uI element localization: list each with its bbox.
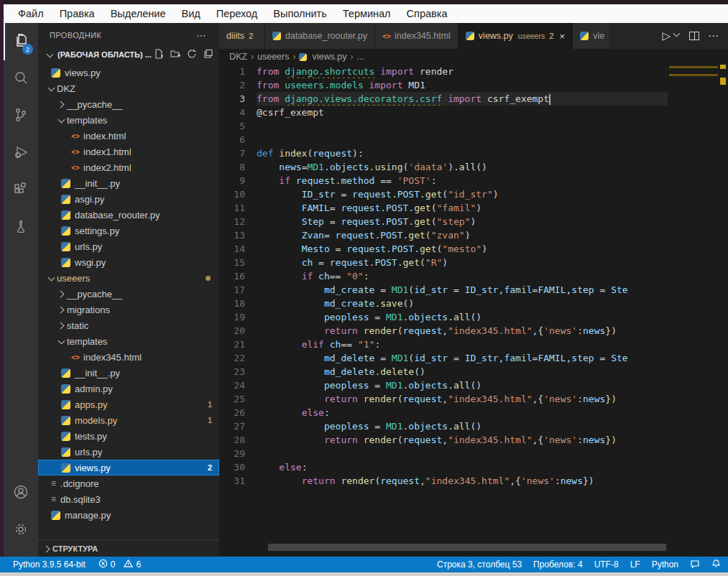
- status-encoding[interactable]: UTF-8: [594, 559, 619, 570]
- explorer-more-icon[interactable]: ⋯: [196, 29, 208, 41]
- tree-item-__init__.py[interactable]: __init__.py: [38, 365, 219, 381]
- tree-item-templates[interactable]: templates: [38, 112, 219, 128]
- status-language-mode[interactable]: Python: [652, 559, 678, 570]
- breadcrumb-item[interactable]: views.py: [312, 52, 346, 62]
- status-cursor-position[interactable]: Строка 3, столбец 53: [437, 559, 522, 570]
- collapse-all-icon[interactable]: [203, 49, 213, 60]
- minimap[interactable]: [669, 66, 718, 186]
- horizontal-scrollbar[interactable]: [268, 544, 666, 551]
- tree-item-tests.py[interactable]: tests.py: [38, 428, 219, 444]
- menu-item-Переход[interactable]: Переход: [208, 8, 266, 19]
- status-feedback[interactable]: [690, 559, 700, 571]
- tree-item-database_roouter.py[interactable]: database_roouter.py: [38, 207, 219, 223]
- code-token: request: [296, 175, 336, 186]
- tree-item-models.py[interactable]: models.py1: [38, 412, 219, 428]
- tree-item-__pycache__[interactable]: __pycache__: [38, 96, 219, 112]
- status-eol[interactable]: LF: [630, 559, 640, 570]
- line-content: md_delete.delete(): [257, 365, 668, 378]
- status-problems[interactable]: 06: [98, 559, 141, 570]
- status-notifications[interactable]: [711, 559, 721, 570]
- tree-item-admin.py[interactable]: admin.py: [38, 381, 219, 396]
- breadcrumb-item[interactable]: useeers: [257, 52, 289, 62]
- chevron-down-icon[interactable]: [673, 30, 681, 42]
- minimap-line: [669, 178, 718, 180]
- code-token: [257, 435, 324, 445]
- activity-accounts[interactable]: [4, 475, 38, 512]
- tree-item-asgi.py[interactable]: asgi.py: [38, 191, 219, 207]
- outline-section-header[interactable]: СТРУКТУРА: [38, 539, 219, 557]
- code-line-21: 21 elif ch== "1":: [219, 338, 728, 351]
- tree-item-label: templates: [67, 115, 107, 126]
- tree-item-settings.py[interactable]: settings.py: [38, 223, 219, 238]
- close-icon[interactable]: ×: [560, 31, 566, 42]
- tree-item-manage.py[interactable]: manage.py: [38, 507, 219, 523]
- code-token: (): [414, 366, 425, 377]
- new-file-icon[interactable]: [154, 49, 164, 60]
- workspace-section-header[interactable]: (РАБОЧАЯ ОБЛАСТЬ) ...: [38, 47, 219, 62]
- tab-views.py[interactable]: views.pyuseeers2×: [459, 23, 573, 49]
- debug-icon: [12, 144, 29, 164]
- run-button[interactable]: ▷: [662, 29, 671, 42]
- code-editor[interactable]: 1from django.shortcuts import render2fro…: [219, 65, 728, 557]
- activity-extensions[interactable]: [4, 172, 38, 210]
- status-python-interpreter[interactable]: Python 3.9.5 64-bit: [13, 559, 86, 570]
- breadcrumb-item[interactable]: ...: [356, 52, 364, 62]
- tree-item-.dcignore[interactable]: ≡.dcignore: [38, 475, 219, 491]
- code-token: (: [397, 325, 403, 336]
- activity-search[interactable]: [4, 60, 38, 98]
- line-content: md_delete = MD1(id_str = ID_str,famil=FA…: [257, 351, 668, 365]
- tab-vie[interactable]: vie: [573, 23, 609, 49]
- python-icon: [51, 511, 60, 520]
- tree-item-wsgi.py[interactable]: wsgi.py: [38, 254, 219, 270]
- tree-item-static[interactable]: static: [38, 317, 219, 333]
- activity-testing[interactable]: [4, 210, 38, 247]
- menu-item-Файл[interactable]: Файл: [10, 8, 52, 19]
- tree-item-index.html[interactable]: <>index.html: [38, 128, 219, 144]
- tree-item-views.py[interactable]: views.py: [38, 65, 219, 80]
- tree-item-DKZ[interactable]: DKZ: [38, 80, 219, 96]
- tree-item-useeers[interactable]: useeers: [38, 270, 219, 286]
- tree-item-index345.html[interactable]: <>index345.html: [38, 349, 219, 365]
- code-token: render: [420, 66, 453, 77]
- tree-item-migrations[interactable]: migrations: [38, 302, 219, 317]
- tree-item-urls.py[interactable]: urls.py: [38, 444, 219, 460]
- tree-item-apps.py[interactable]: apps.py1: [38, 396, 219, 412]
- activity-explorer[interactable]: 2: [4, 23, 38, 60]
- new-folder-icon[interactable]: [170, 49, 180, 60]
- tree-item-__pycache__[interactable]: __pycache__: [38, 286, 219, 302]
- activity-source-control[interactable]: [4, 98, 38, 135]
- tree-item-urls.py[interactable]: urls.py: [38, 238, 219, 254]
- code-line-17: 17 md_create = MD1(id_str = ID_str,famil…: [219, 283, 728, 297]
- tab-badge: 2: [549, 32, 553, 40]
- tree-item-__init__.py[interactable]: __init__.py: [38, 175, 219, 191]
- menu-item-Терминал[interactable]: Терминал: [335, 8, 399, 19]
- refresh-icon[interactable]: [187, 49, 197, 60]
- menu-item-Вид[interactable]: Вид: [173, 8, 208, 19]
- menu-item-Справка[interactable]: Справка: [399, 8, 456, 19]
- code-line-8: 8 news=MD1.objects.using('daata').all(): [219, 160, 728, 174]
- status-indentation[interactable]: Пробелов: 4: [533, 559, 583, 570]
- tree-item-index1.html[interactable]: <>index1.html: [38, 144, 219, 159]
- tree-item-templates[interactable]: templates: [38, 333, 219, 349]
- more-actions-icon[interactable]: ⋯: [708, 29, 719, 42]
- activity-run-and-debug[interactable]: [4, 135, 38, 172]
- tree-item-db.sqlite3[interactable]: ≡db.sqlite3: [38, 491, 219, 507]
- menu-item-Выделение[interactable]: Выделение: [103, 8, 174, 19]
- tree-item-views.py[interactable]: views.py2: [38, 460, 219, 475]
- activity-settings[interactable]: [4, 512, 38, 549]
- chevron-right-icon: [55, 98, 67, 110]
- tab-index345.html[interactable]: <>index345.html: [375, 23, 459, 49]
- tree-item-label: apps.py: [75, 399, 108, 410]
- tree-item-index2.html[interactable]: <>index2.html: [38, 159, 219, 175]
- code-token: objects: [408, 312, 448, 322]
- tab-diiits[interactable]: diiits2: [219, 23, 265, 49]
- tree-item-label: useeers: [57, 273, 90, 284]
- menu-item-Правка[interactable]: Правка: [52, 8, 103, 19]
- breadcrumb-item[interactable]: DKZ: [229, 52, 247, 62]
- menu-item-Выполнить[interactable]: Выполнить: [265, 8, 334, 19]
- code-token: ): [465, 230, 471, 241]
- breadcrumb[interactable]: DKZ›useeers›views.py›...: [219, 49, 728, 65]
- tab-database_roouter.py[interactable]: database_roouter.py: [265, 23, 375, 49]
- split-editor-icon[interactable]: [689, 32, 699, 40]
- status-text: Строка 3, столбец 53: [437, 559, 522, 570]
